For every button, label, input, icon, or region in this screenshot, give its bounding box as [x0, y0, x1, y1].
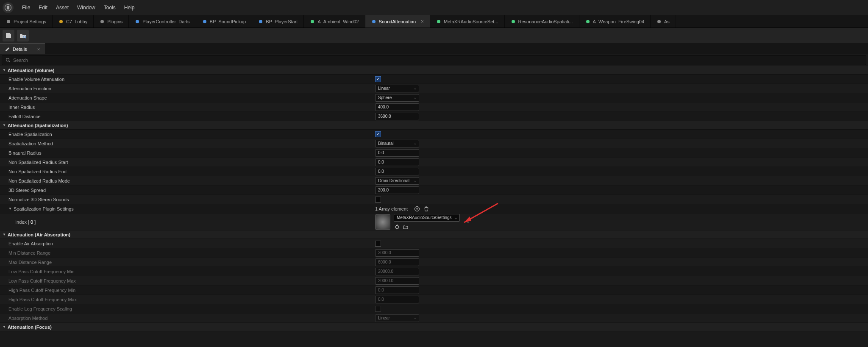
menu-edit[interactable]: Edit [34, 3, 52, 12]
prop-index-0: Index [ 0 ] [0, 219, 375, 225]
doctab-plugins[interactable]: Plugins [94, 15, 129, 28]
input-lp-cutoff-min[interactable]: 20000.0 [375, 268, 419, 275]
dropdown-attenuation-shape[interactable]: Sphere⌵ [375, 94, 419, 102]
dropdown-attenuation-function[interactable]: Linear⌵ [375, 85, 419, 92]
checkbox-enable-air-absorption[interactable] [375, 241, 381, 247]
prop-non-spatialized-radius-mode: Non Spatialized Radius Mode [0, 178, 375, 183]
prop-spatialization-plugin-settings[interactable]: ▼Spatialization Plugin Settings [0, 206, 375, 211]
chevron-down-icon: ⌵ [414, 142, 416, 145]
checkbox-enable-volume-attenuation[interactable] [375, 76, 381, 82]
category-attenuation-focus[interactable]: ▼Attenuation (Focus) [0, 323, 868, 331]
doctab-resonanceaudiospatiali-[interactable]: ResonanceAudioSpatiali... [505, 15, 579, 28]
input-hp-cutoff-min[interactable]: 0.0 [375, 286, 419, 294]
audio-icon [585, 19, 590, 24]
menu-file[interactable]: File [18, 3, 34, 12]
dropdown-asset-reference[interactable]: MetaXRAudioSourceSettings⌵ [394, 214, 460, 222]
menu-tools[interactable]: Tools [100, 3, 120, 12]
checkbox-enable-log-frequency[interactable] [375, 306, 381, 312]
chevron-down-icon: ⌵ [414, 179, 416, 183]
menu-window[interactable]: Window [73, 3, 100, 12]
dropdown-spatialization-method[interactable]: Binaural⌵ [375, 140, 419, 147]
menu-asset[interactable]: Asset [52, 3, 73, 12]
expand-icon: ▼ [8, 207, 12, 211]
close-icon[interactable]: × [37, 47, 40, 52]
doctab-label: Plugins [107, 19, 122, 24]
prop-binaural-radius: Binaural Radius [0, 150, 375, 155]
prop-min-distance-range: Min Distance Range [0, 250, 375, 255]
input-hp-cutoff-max[interactable]: 0.0 [375, 296, 419, 303]
input-3d-stereo-spread[interactable]: 200.0 [375, 186, 419, 194]
checkbox-enable-spatialization[interactable] [375, 131, 381, 137]
doc-icon [657, 19, 662, 24]
category-attenuation-spatialization[interactable]: ▼Attenuation (Spatialization) [0, 121, 868, 130]
prop-enable-air-absorption: Enable Air Absorption [0, 241, 375, 246]
prop-spatialization-method: Spatialization Method [0, 141, 375, 146]
doctab-a-weapon-fireswing04[interactable]: A_Weapon_FireSwing04 [579, 15, 651, 28]
category-attenuation-air-absorption[interactable]: ▼Attenuation (Air Absorption) [0, 230, 868, 239]
save-button[interactable] [3, 30, 14, 42]
svg-point-15 [6, 58, 9, 61]
prop-enable-volume-attenuation: Enable Volume Attenuation [0, 77, 375, 82]
doctab-as[interactable]: As [651, 15, 676, 28]
doctab-soundattenuation[interactable]: SoundAttenuation× [365, 15, 430, 28]
atten-icon [436, 19, 441, 24]
doctab-label: Project Settings [14, 19, 46, 24]
svg-point-12 [657, 20, 661, 23]
property-grid: ▼Attenuation (Volume) Enable Volume Atte… [0, 66, 868, 331]
chevron-down-icon: ⌵ [454, 215, 457, 220]
doctab-bp-playerstart[interactable]: BP_PlayerStart [252, 15, 304, 28]
input-ns-radius-end[interactable]: 0.0 [375, 168, 419, 175]
doctab-a-ambient-wind02[interactable]: A_Ambient_Wind02 [304, 15, 365, 28]
input-lp-cutoff-max[interactable]: 20000.0 [375, 277, 419, 285]
tab-details[interactable]: Details × [0, 43, 45, 54]
svg-point-1 [7, 20, 10, 23]
checkbox-normalize-3d-stereo[interactable] [375, 197, 381, 203]
input-ns-radius-start[interactable]: 0.0 [375, 158, 419, 166]
dropdown-absorption-method[interactable]: Linear⌵ [375, 314, 419, 322]
search-bar [2, 55, 866, 65]
unreal-logo-icon[interactable] [3, 2, 14, 13]
doctab-label: MetaXRAudioSourceSet... [444, 19, 498, 24]
tab-details-label: Details [13, 47, 27, 52]
input-binaural-radius[interactable]: 0.0 [375, 149, 419, 157]
doctab-label: A_Weapon_FireSwing04 [593, 19, 644, 24]
panel-tab-bar: Details × [0, 43, 868, 54]
category-attenuation-volume[interactable]: ▼Attenuation (Volume) [0, 66, 868, 75]
doctab-label: A_Ambient_Wind02 [317, 19, 359, 24]
settings-icon [6, 19, 11, 24]
prop-attenuation-shape: Attenuation Shape [0, 95, 375, 100]
doctab-label: PlayerController_Darts [142, 19, 189, 24]
input-inner-radius[interactable]: 400.0 [375, 103, 419, 111]
menu-help[interactable]: Help [120, 3, 139, 12]
browse-button[interactable] [17, 30, 29, 42]
doctab-c7-lobby[interactable]: C7_Lobby [53, 15, 94, 28]
element-options-icon[interactable]: ⌵ [467, 219, 470, 225]
close-icon[interactable]: × [421, 19, 424, 25]
prop-absorption-method: Absorption Method [0, 316, 375, 321]
svg-point-5 [203, 20, 206, 23]
doctab-bp-soundpickup[interactable]: BP_SoundPickup [196, 15, 253, 28]
input-min-distance-range[interactable]: 3000.0 [375, 249, 419, 257]
array-element-row: Index [ 0 ] MetaXRAudioSourceSettings⌵ ⌵ [0, 214, 868, 230]
doctab-metaxraudiosourceset-[interactable]: MetaXRAudioSourceSet... [430, 15, 504, 28]
use-selected-button[interactable] [394, 224, 401, 230]
doctab-project-settings[interactable]: Project Settings [0, 15, 53, 28]
add-element-button[interactable] [414, 205, 420, 212]
doctab-playercontroller-darts[interactable]: PlayerController_Darts [129, 15, 196, 28]
search-input[interactable] [13, 58, 862, 63]
asset-thumbnail[interactable] [375, 214, 390, 230]
prop-enable-spatialization: Enable Spatialization [0, 132, 375, 137]
doctab-label: BP_SoundPickup [210, 19, 246, 24]
dropdown-ns-radius-mode[interactable]: Omni Directional⌵ [375, 177, 419, 185]
bp-icon [258, 19, 263, 24]
prop-normalize-3d-stereo: Normalize 3D Stereo Sounds [0, 197, 375, 202]
clear-array-button[interactable] [423, 205, 430, 212]
input-max-distance-range[interactable]: 6000.0 [375, 258, 419, 266]
atten-icon [371, 19, 376, 24]
input-falloff-distance[interactable]: 3600.0 [375, 113, 419, 120]
chevron-down-icon: ⌵ [414, 96, 416, 100]
chevron-down-icon: ⌵ [414, 86, 416, 90]
svg-line-16 [9, 61, 10, 62]
browse-to-asset-button[interactable] [402, 224, 409, 230]
svg-point-20 [395, 225, 399, 229]
